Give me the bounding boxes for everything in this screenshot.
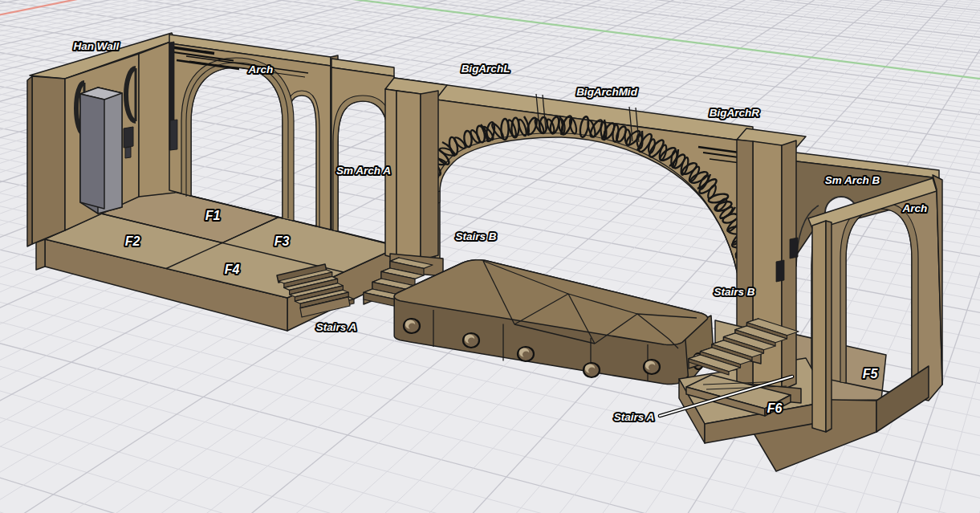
svg-text:BigArchL: BigArchL	[462, 63, 510, 75]
svg-text:Stairs B: Stairs B	[455, 230, 496, 242]
svg-text:F6: F6	[767, 401, 783, 415]
svg-text:F5: F5	[863, 367, 879, 381]
svg-text:Sm Arch A: Sm Arch A	[336, 165, 391, 177]
svg-text:BigArchMid: BigArchMid	[576, 86, 638, 98]
svg-text:Sm Arch B: Sm Arch B	[825, 174, 880, 186]
svg-text:F4: F4	[225, 263, 240, 276]
svg-text:Han Wall: Han Wall	[74, 40, 120, 52]
svg-text:BigArchR: BigArchR	[710, 107, 760, 119]
svg-text:F2: F2	[125, 234, 140, 248]
svg-text:Arch: Arch	[902, 202, 928, 214]
svg-text:Stairs B: Stairs B	[714, 286, 754, 298]
svg-text:Stairs A: Stairs A	[614, 411, 655, 423]
svg-text:Stairs A: Stairs A	[316, 321, 357, 333]
svg-text:F3: F3	[274, 234, 290, 248]
svg-text:F1: F1	[205, 209, 221, 222]
svg-text:Arch: Arch	[248, 63, 274, 75]
